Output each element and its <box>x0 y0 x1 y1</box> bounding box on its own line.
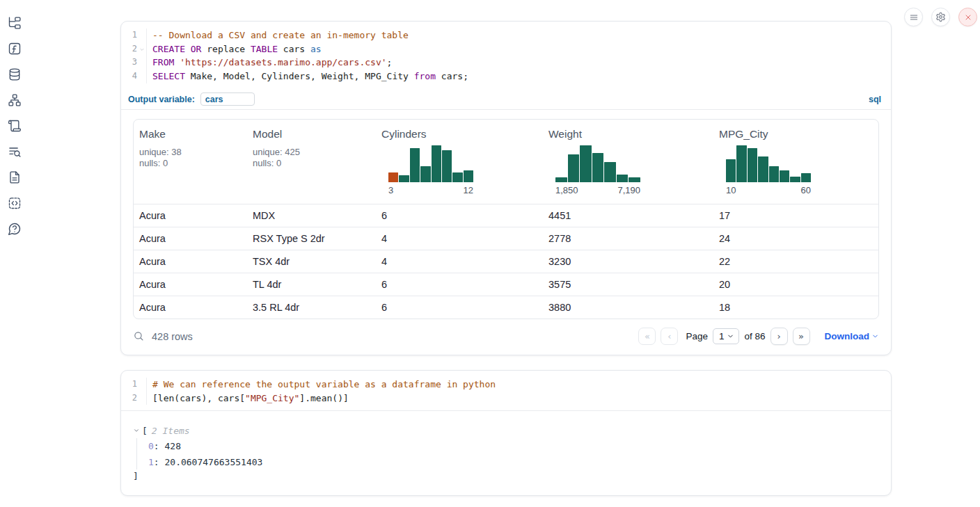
sql-cell: 1-- Download a CSV and create an in-memo… <box>120 21 892 355</box>
sidebar-datasources-button[interactable] <box>7 67 22 81</box>
table-row[interactable]: AcuraTL 4dr6357520 <box>134 273 878 296</box>
table-cell: 20 <box>713 279 878 290</box>
histogram-bar <box>452 172 462 182</box>
table-row[interactable]: AcuraRSX Type S 2dr4277824 <box>134 227 878 250</box>
page-select[interactable]: 1 <box>713 328 740 344</box>
histogram-max-label: 12 <box>464 184 473 196</box>
histogram-bar <box>410 148 420 182</box>
code-line: 1-- Download a CSV and create an in-memo… <box>121 29 891 42</box>
table-cell: 4 <box>376 233 543 244</box>
table-cell: 6 <box>376 302 543 313</box>
list-entry: 1: 20.060747663551403 <box>148 454 878 470</box>
column-stats: unique: 38nulls: 0 <box>139 147 247 170</box>
unique-count: unique: 38 <box>139 147 247 159</box>
null-count: nulls: 0 <box>139 158 247 170</box>
fold-chevron-icon[interactable] <box>137 42 146 56</box>
column-header-make[interactable]: Makeunique: 38nulls: 0 <box>134 128 247 196</box>
table-cell: 4451 <box>543 210 713 221</box>
histogram-bar <box>464 170 473 182</box>
download-button[interactable]: Download <box>825 331 880 341</box>
code-text: SELECT Make, Model, Cylinders, Weight, M… <box>146 70 891 83</box>
column-stats: unique: 425nulls: 0 <box>253 147 376 170</box>
column-header-weight[interactable]: Weight1,8507,190 <box>543 128 713 196</box>
python-code-editor[interactable]: 1# We can reference the output variable … <box>121 371 891 411</box>
entry-index: 0 <box>148 441 154 451</box>
table-cell: 6 <box>376 279 543 290</box>
histogram-min-label: 3 <box>388 184 393 196</box>
table-row[interactable]: Acura3.5 RL 4dr6388018 <box>134 296 878 319</box>
last-page-button[interactable]: » <box>793 328 810 345</box>
dependency-graph-icon <box>8 93 22 107</box>
close-icon <box>964 13 972 22</box>
file-tree-icon <box>8 16 22 30</box>
snippets-icon <box>8 196 22 210</box>
table-cell: 6 <box>376 210 543 221</box>
histogram-bar <box>780 170 789 182</box>
code-line: 4SELECT Make, Model, Cylinders, Weight, … <box>121 70 891 83</box>
sql-code-editor[interactable]: 1-- Download a CSV and create an in-memo… <box>121 22 891 90</box>
column-name: Make <box>139 128 247 140</box>
collapse-icon[interactable] <box>133 427 142 434</box>
histogram-bar <box>399 175 409 182</box>
table-cell: Acura <box>134 279 247 290</box>
table-row[interactable]: AcuraMDX6445117 <box>134 204 878 227</box>
code-text: CREATE OR replace TABLE cars as <box>146 42 891 56</box>
line-number: 1 <box>121 378 137 392</box>
settings-button[interactable] <box>931 8 950 26</box>
sidebar-documentation-button[interactable] <box>7 118 22 133</box>
notebook-menu-button[interactable] <box>904 8 923 26</box>
shutdown-button[interactable] <box>958 8 977 26</box>
sidebar-file-tree-button[interactable] <box>7 15 22 30</box>
code-line: 2[len(cars), cars["MPG_City"].mean()] <box>121 392 891 405</box>
sidebar-snippets-button[interactable] <box>7 195 22 210</box>
datasources-icon <box>8 67 22 81</box>
entry-colon: : <box>154 457 165 467</box>
sidebar-logs-button[interactable] <box>7 144 22 159</box>
search-icon[interactable] <box>133 330 145 342</box>
histogram-range-labels: 1,8507,190 <box>555 184 640 196</box>
sidebar-scratchpad-button[interactable] <box>7 170 22 184</box>
python-output: [ 2 Items 0: 4281: 20.060747663551403 ] <box>121 411 891 483</box>
histogram-bars <box>555 145 640 182</box>
entry-index: 1 <box>148 457 154 467</box>
sidebar-functions-button[interactable] <box>7 41 22 56</box>
table-row[interactable]: AcuraTSX 4dr4323022 <box>134 250 878 273</box>
page-select-value: 1 <box>719 331 725 341</box>
sidebar-dependency-graph-button[interactable] <box>7 92 22 107</box>
list-close-bracket: ] <box>133 469 878 483</box>
histogram-min-label: 10 <box>726 184 736 196</box>
column-header-mpg_city[interactable]: MPG_City1060 <box>713 128 878 196</box>
null-count: nulls: 0 <box>253 158 376 170</box>
column-name: Weight <box>548 128 713 140</box>
prev-page-button[interactable]: ‹ <box>661 328 678 345</box>
histogram-bar <box>420 166 430 182</box>
column-histogram[interactable]: 312 <box>388 145 473 196</box>
histogram-max-label: 60 <box>801 184 811 196</box>
table-cell: Acura <box>134 210 247 221</box>
column-histogram[interactable]: 1,8507,190 <box>555 145 640 196</box>
table-cell: 3.5 RL 4dr <box>247 302 376 313</box>
sidebar-help-button[interactable] <box>7 221 22 236</box>
table-header: Makeunique: 38nulls: 0Modelunique: 425nu… <box>134 120 878 204</box>
column-histogram[interactable]: 1060 <box>726 145 811 196</box>
data-table: Makeunique: 38nulls: 0Modelunique: 425nu… <box>133 119 879 319</box>
fold-gutter <box>137 56 146 70</box>
fold-gutter <box>137 392 146 405</box>
chevron-down-icon <box>727 332 734 340</box>
code-line: 2CREATE OR replace TABLE cars as <box>121 42 891 56</box>
histogram-bars <box>388 145 473 182</box>
column-header-model[interactable]: Modelunique: 425nulls: 0 <box>247 128 376 196</box>
output-variable-label: Output variable: <box>128 95 195 104</box>
list-entries: 0: 4281: 20.060747663551403 <box>136 438 878 469</box>
output-variable-input[interactable]: cars <box>200 92 255 106</box>
column-header-cylinders[interactable]: Cylinders312 <box>376 128 543 196</box>
fold-gutter <box>137 29 146 42</box>
sql-language-badge[interactable]: sql <box>869 95 881 104</box>
first-page-button[interactable]: « <box>638 328 656 345</box>
chevron-down-icon <box>871 332 879 340</box>
line-number: 2 <box>121 42 137 56</box>
entry-colon: : <box>154 441 165 451</box>
help-icon <box>8 222 22 236</box>
next-page-button[interactable]: › <box>770 328 788 345</box>
unique-count: unique: 425 <box>253 147 376 159</box>
